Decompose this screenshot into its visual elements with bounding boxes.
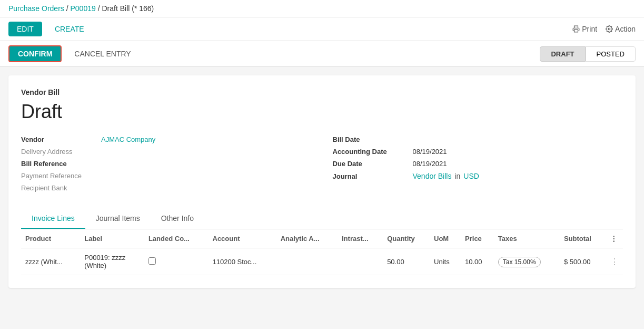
col-landed-cost: Landed Co... [144, 229, 209, 248]
invoice-lines-table: Product Label Landed Co... Account Analy… [21, 229, 623, 275]
vendor-value[interactable]: AJMAC Company [101, 136, 155, 143]
cell-quantity: 50.00 [383, 248, 430, 275]
recipient-bank-label: Recipient Bank [21, 184, 95, 192]
breadcrumb: Purchase Orders / P00019 / Draft Bill (*… [8, 4, 154, 13]
col-product: Product [21, 229, 80, 248]
bill-date-row: Bill Date [333, 136, 623, 143]
recipient-bank-row: Recipient Bank [21, 184, 312, 192]
cell-landed-cost[interactable] [144, 248, 209, 275]
journal-label: Journal [333, 172, 407, 180]
col-label: Label [80, 229, 144, 248]
accounting-date-value: 08/19/2021 [413, 148, 447, 156]
journal-value[interactable]: Vendor Bills [413, 172, 452, 180]
bill-date-label: Bill Date [333, 136, 407, 143]
form-right: Bill Date Accounting Date 08/19/2021 Due… [333, 136, 623, 196]
col-account: Account [209, 229, 276, 248]
landed-cost-checkbox[interactable] [148, 257, 156, 265]
delivery-address-row: Delivery Address [21, 148, 312, 156]
status-bar: DRAFT POSTED [540, 46, 636, 62]
col-uom: UoM [430, 229, 461, 248]
tabs: Invoice Lines Journal Items Other Info [21, 209, 623, 229]
confirm-button[interactable]: CONFIRM [8, 45, 62, 62]
journal-in: in [454, 172, 460, 180]
due-date-row: Due Date 08/19/2021 [333, 160, 623, 168]
journal-row: Journal Vendor Bills in USD [333, 172, 623, 180]
status-draft[interactable]: DRAFT [540, 46, 585, 62]
col-subtotal: Subtotal [560, 229, 606, 248]
table-header-row: Product Label Landed Co... Account Analy… [21, 229, 623, 248]
document-type: Vendor Bill [21, 88, 623, 96]
tab-other-info[interactable]: Other Info [151, 209, 204, 229]
cell-analytic [276, 248, 338, 275]
bill-reference-label: Bill Reference [21, 160, 95, 168]
bill-reference-row: Bill Reference [21, 160, 312, 168]
payment-reference-row: Payment Reference [21, 172, 312, 180]
accounting-date-row: Accounting Date 08/19/2021 [333, 148, 623, 156]
cell-account: 110200 Stoc... [209, 248, 276, 275]
breadcrumb-bar: Purchase Orders / P00019 / Draft Bill (*… [0, 0, 644, 17]
vendor-label: Vendor [21, 136, 95, 143]
row-menu-icon[interactable]: ⋮ [610, 257, 619, 266]
toolbar: EDIT CREATE Print Action [0, 17, 644, 41]
delivery-address-label: Delivery Address [21, 148, 95, 156]
col-price: Price [461, 229, 494, 248]
due-date-value: 08/19/2021 [413, 160, 447, 168]
col-analytic: Analytic A... [276, 229, 338, 248]
cell-taxes: Tax 15.00% [494, 248, 560, 275]
action-bar: CONFIRM CANCEL ENTRY DRAFT POSTED [0, 41, 644, 67]
cell-subtotal: $ 500.00 [560, 248, 606, 275]
col-taxes: Taxes [494, 229, 560, 248]
toolbar-right: Print Action [572, 25, 636, 33]
journal-currency[interactable]: USD [463, 172, 479, 180]
cell-intrastat [338, 248, 383, 275]
cell-price: 10.00 [461, 248, 494, 275]
edit-button[interactable]: EDIT [8, 22, 42, 36]
form-grid: Vendor AJMAC Company Delivery Address Bi… [21, 136, 623, 196]
cell-label: P00019: zzzz(White) [80, 248, 144, 275]
form-left: Vendor AJMAC Company Delivery Address Bi… [21, 136, 312, 196]
journal-value-inline: Vendor Bills in USD [413, 172, 479, 180]
status-posted[interactable]: POSTED [586, 46, 636, 62]
print-button[interactable]: Print [572, 25, 597, 33]
cell-actions[interactable]: ⋮ [606, 248, 623, 275]
vendor-row: Vendor AJMAC Company [21, 136, 312, 143]
col-intrastat: Intrast... [338, 229, 383, 248]
print-icon [572, 25, 580, 33]
cancel-entry-button[interactable]: CANCEL ENTRY [66, 46, 139, 61]
svg-rect-0 [574, 30, 578, 32]
col-actions: ⋮ [606, 229, 623, 248]
tax-badge: Tax 15.00% [498, 257, 541, 267]
col-quantity: Quantity [383, 229, 430, 248]
breadcrumb-sep1: / [66, 4, 71, 13]
document-title: Draft [21, 101, 623, 123]
svg-point-1 [608, 28, 610, 30]
payment-reference-label: Payment Reference [21, 172, 95, 180]
main-content: Vendor Bill Draft Vendor AJMAC Company D… [8, 75, 636, 288]
tab-invoice-lines[interactable]: Invoice Lines [21, 209, 85, 229]
gear-icon [606, 25, 613, 33]
breadcrumb-current: Draft Bill (* 166) [102, 4, 154, 13]
create-button[interactable]: CREATE [46, 22, 93, 36]
breadcrumb-p00019[interactable]: P00019 [71, 4, 96, 13]
action-button[interactable]: Action [606, 25, 636, 33]
breadcrumb-purchase-orders[interactable]: Purchase Orders [8, 4, 64, 13]
accounting-date-label: Accounting Date [333, 148, 407, 156]
table-row: zzzz (Whit... P00019: zzzz(White) 110200… [21, 248, 623, 275]
cell-product: zzzz (Whit... [21, 248, 80, 275]
due-date-label: Due Date [333, 160, 407, 168]
tab-journal-items[interactable]: Journal Items [85, 209, 151, 229]
cell-uom: Units [430, 248, 461, 275]
